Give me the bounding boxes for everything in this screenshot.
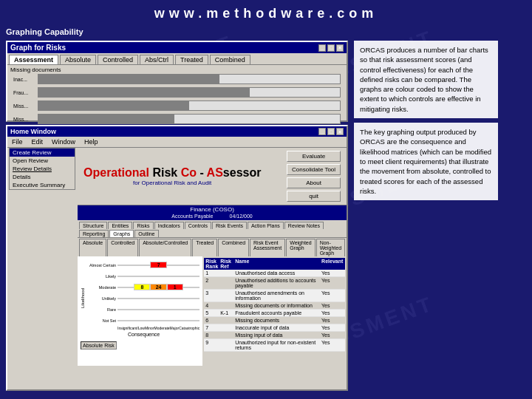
- tab-controlled[interactable]: Controlled: [98, 55, 138, 64]
- col-rank: Risk Rank: [205, 259, 220, 269]
- cell-4-5: [183, 298, 200, 299]
- orcas-window: Home Window _ □ × File Edit Window Help …: [6, 125, 348, 391]
- menu-item-create-review[interactable]: Create Review: [10, 149, 75, 157]
- cell-6-5: [183, 320, 200, 321]
- x-label-1: Insignificant/Low: [117, 326, 145, 330]
- absolute-risk-label: Absolute Risk: [81, 341, 117, 349]
- bar-container-2: [38, 87, 341, 98]
- bar-3: [38, 101, 189, 110]
- close-btn[interactable]: ×: [336, 44, 344, 52]
- orcas-maximize[interactable]: □: [327, 128, 335, 135]
- info-box-1: ORCAS produces a number of bar charts so…: [354, 41, 498, 118]
- consolidate-btn[interactable]: Consolidate Tool: [287, 164, 341, 175]
- menu-window[interactable]: Window: [50, 137, 77, 146]
- maximize-btn[interactable]: □: [327, 44, 335, 52]
- tab-structure[interactable]: Structure: [79, 222, 107, 229]
- menu-help[interactable]: Help: [83, 137, 100, 146]
- table-row[interactable]: 4 Missing documents or information Yes: [204, 302, 345, 310]
- subtab-non-weighted[interactable]: Non-Weighted Graph: [316, 239, 345, 256]
- matrix-row-1: Almost Certain 7: [88, 259, 200, 270]
- tab-outline[interactable]: Outline: [134, 230, 158, 237]
- tab-indicators[interactable]: Indicators: [154, 222, 184, 229]
- cell-4-2: [134, 298, 150, 299]
- orcas-nav-tabs: Structure Entities Risks Indicators Cont…: [78, 220, 347, 238]
- tab-action-plans[interactable]: Action Plans: [248, 222, 284, 229]
- table-row[interactable]: 1 Unauthorised data access Yes: [204, 270, 345, 277]
- bar-row-2: Frau...: [13, 87, 341, 98]
- tab-treated[interactable]: Treated: [175, 55, 208, 64]
- subtab-risk-event[interactable]: Risk Event Assessment: [250, 239, 285, 256]
- tab-combined[interactable]: Combined: [210, 55, 250, 64]
- cell-3-3: 24: [150, 284, 166, 290]
- rank-6: 6: [205, 318, 220, 323]
- orcas-sub-tabs: Absolute Controlled Absolute/Controlled …: [78, 238, 347, 256]
- subtab-treated[interactable]: Treated: [192, 239, 217, 256]
- subtab-combined[interactable]: Combined: [218, 239, 249, 256]
- subtab-abs-ctrl[interactable]: Absolute/Controlled: [139, 239, 191, 256]
- bar-container-4: [38, 114, 341, 124]
- tab-risk-events[interactable]: Risk Events: [212, 222, 247, 229]
- right-panel: ORCAS produces a number of bar charts so…: [354, 27, 498, 391]
- graph-window-title: Graph for Risks: [10, 44, 66, 52]
- tab-controls[interactable]: Controls: [185, 222, 211, 229]
- risk-matrix: Likelihood Almost Certain 7: [78, 256, 202, 366]
- relevant-7: Yes: [321, 325, 344, 330]
- tab-graphs[interactable]: Graphs: [109, 230, 134, 237]
- tab-entities[interactable]: Entities: [108, 222, 132, 229]
- logo-r: perational: [92, 166, 149, 179]
- cell-2-5: [183, 276, 200, 277]
- tab-review-notes[interactable]: Review Notes: [284, 222, 324, 229]
- tab-absolute[interactable]: Absolute: [60, 55, 96, 64]
- cell-1-4: [167, 265, 183, 266]
- menu-item-open-review[interactable]: Open Review: [10, 157, 75, 165]
- menu-item-details[interactable]: Details: [10, 173, 75, 181]
- orcas-right-buttons: Evaluate Consolidate Tool About quit: [287, 151, 341, 202]
- orcas-close[interactable]: ×: [336, 128, 344, 135]
- name-6: Missing documents: [235, 318, 321, 323]
- table-row[interactable]: 5 K-1 Fraudulent accounts payable Yes: [204, 310, 345, 317]
- subtab-controlled[interactable]: Controlled: [107, 239, 138, 256]
- menu-item-exec-summary[interactable]: Executive Summary: [10, 181, 75, 189]
- orcas-minimize[interactable]: _: [318, 128, 326, 135]
- table-row[interactable]: 2 Unauthorised additions to accounts pay…: [204, 277, 345, 290]
- bar-row-4: Miss...: [13, 114, 341, 124]
- about-btn[interactable]: About: [287, 177, 341, 188]
- subtab-weighted[interactable]: Weighted Graph: [286, 239, 315, 256]
- rank-1: 1: [205, 270, 220, 276]
- ref-2: [220, 278, 235, 288]
- menu-item-review-details[interactable]: Review Details: [10, 165, 75, 173]
- tab-risks[interactable]: Risks: [133, 222, 153, 229]
- orcas-title: Home Window: [10, 128, 56, 135]
- x-label-2: Minor: [145, 326, 154, 330]
- site-title: www.methodware.com: [154, 6, 378, 21]
- subtab-absolute[interactable]: Absolute: [79, 239, 106, 256]
- finance-sub: Accounts Payable: [171, 214, 213, 219]
- relevant-3: Yes: [321, 290, 344, 301]
- risk-table-header: Risk Rank Risk Ref Name Relevant: [204, 258, 345, 270]
- table-row[interactable]: 7 Inaccurate input of data Yes: [204, 324, 345, 332]
- table-row[interactable]: 3 Unauthorised amendments on information…: [204, 290, 345, 302]
- orcas-main: Operational Risk Co - ASsessor for Opera…: [78, 148, 347, 353]
- col-relevant: Relevant: [321, 259, 344, 269]
- table-row[interactable]: 9 Unauthorized input for non-existent re…: [204, 339, 345, 352]
- matrix-row-4: Unlikely: [88, 293, 200, 304]
- orcas-titlebar: Home Window _ □ ×: [7, 126, 347, 137]
- table-row[interactable]: 8 Missing input of data Yes: [204, 332, 345, 339]
- table-row[interactable]: 6 Missing documents Yes: [204, 317, 345, 324]
- quit-btn[interactable]: quit: [287, 191, 341, 202]
- matrix-row-3: Moderate 8 24 1: [88, 282, 200, 293]
- ref-9: [220, 340, 235, 350]
- evaluate-btn[interactable]: Evaluate: [287, 151, 341, 162]
- context-menu: Create Review Open Review Review Details…: [9, 148, 75, 190]
- tab-abs-ctrl[interactable]: Abs/Ctrl: [140, 55, 174, 64]
- logo-co-text: Co: [181, 166, 197, 179]
- menu-edit[interactable]: Edit: [30, 137, 45, 146]
- tab-reporting[interactable]: Reporting: [79, 230, 109, 237]
- tab-assessment[interactable]: Assessment: [9, 55, 58, 64]
- orcas-subtitle: for Operational Risk and Audit: [83, 180, 261, 186]
- menu-file[interactable]: File: [10, 137, 24, 146]
- rank-5: 5: [205, 310, 220, 316]
- minimize-btn[interactable]: _: [318, 44, 326, 52]
- cell-value-1: 1: [174, 284, 177, 290]
- bar-1: [38, 75, 219, 83]
